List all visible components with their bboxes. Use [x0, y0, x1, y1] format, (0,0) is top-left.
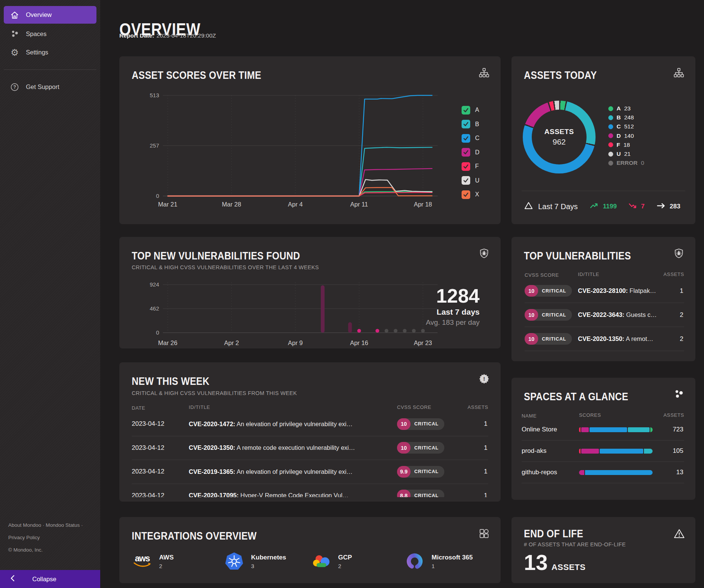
legend-checkbox-f[interactable]: F — [462, 162, 480, 171]
sitemap-icon — [674, 68, 684, 78]
help-icon: ? — [10, 82, 20, 92]
legend-checkbox-c[interactable]: C — [462, 134, 480, 143]
card-assets-today: ASSETS TODAY ASSETS 962 A23 B248 C512 D1… — [511, 56, 695, 224]
severity-badge: 10CRITICAL — [525, 285, 572, 297]
trend-flat: 283 — [655, 202, 680, 212]
assets-donut-legend: A23 B248 C512 D140 F18 U21 ERROR0 — [608, 104, 644, 167]
swatch-icon — [608, 161, 613, 166]
asset-scores-line-chart: 0257513Mar 21Mar 28Apr 4Apr 11Apr 18 — [142, 86, 442, 210]
stat-sub: Avg. 183 per day — [426, 318, 480, 327]
card-title: ASSET SCORES OVER TIME — [132, 69, 474, 81]
legend-item-f: F18 — [608, 140, 644, 149]
footer-link-privacy-policy[interactable]: Privacy Policy — [8, 531, 83, 544]
svg-text:0: 0 — [156, 329, 159, 336]
table-row[interactable]: 2023-04-12 CVE-2019-1365: An elevation o… — [132, 460, 488, 484]
svg-text:513: 513 — [150, 92, 159, 98]
table-row[interactable]: prod-aks 105 — [522, 440, 684, 462]
checkbox-icon — [462, 120, 470, 128]
collapse-label: Collapse — [32, 576, 56, 583]
stat-label: Last 7 days — [426, 308, 480, 317]
card-title: ASSETS TODAY — [524, 69, 669, 81]
card-subtitle: CRITICAL & HIGH CVSS VULNERABILITIES FRO… — [132, 390, 309, 397]
gear-icon: ⚙ — [10, 48, 20, 57]
shield-bug-icon — [479, 248, 489, 259]
card-top-new-vulnerabilities: TOP NEW VULNERABILITIES FOUND CRITICAL &… — [119, 237, 501, 348]
score-bar-segment — [579, 427, 581, 432]
collapse-button[interactable]: Collapse — [0, 570, 100, 588]
svg-text:Apr 11: Apr 11 — [350, 201, 368, 208]
table-row[interactable]: 10CRITICAL CVE-2022-3643: Guests c… 2 — [525, 303, 684, 327]
checkbox-icon — [462, 134, 470, 143]
integration-kubernetes[interactable]: Kubernetes 3 — [224, 551, 286, 572]
table-row[interactable]: github-repos 13 — [522, 462, 684, 483]
new-releases-icon: ! — [479, 374, 489, 384]
svg-text:924: 924 — [150, 281, 159, 288]
legend-checkbox-a[interactable]: A — [462, 106, 480, 115]
legend-checkbox-d[interactable]: D — [462, 148, 480, 157]
sidebar-footer: About Mondoo · Mondoo Status · Privacy P… — [8, 519, 83, 556]
triangle-icon — [524, 201, 533, 212]
card-new-this-week: NEW THIS WEEK CRITICAL & HIGH CVSS VULNE… — [119, 362, 501, 502]
swatch-icon — [608, 142, 613, 147]
footer-links-line1[interactable]: About Mondoo · Mondoo Status · — [8, 519, 83, 531]
checkbox-icon — [462, 162, 470, 171]
table-row[interactable]: 2023-04-12 CVE-2020-17095: Hyper-V Remot… — [132, 484, 488, 498]
score-bar — [579, 470, 653, 475]
table-row[interactable]: Online Store 723 — [522, 419, 684, 440]
score-bar — [579, 427, 653, 432]
sidebar-item-settings[interactable]: ⚙ Settings — [4, 44, 96, 61]
vulnerability-stat: 1284 Last 7 days Avg. 183 per day — [426, 286, 480, 327]
table-row[interactable]: 10CRITICAL CVE-2023-28100: Flatpak… 1 — [525, 279, 684, 303]
report-date: Report Date:2023-04-18T20:29:00Z — [119, 32, 216, 39]
checkbox-icon — [462, 190, 470, 199]
last-7-days-trends: Last 7 Days 1199 7 283 — [524, 198, 680, 215]
severity-badge: 10CRITICAL — [525, 333, 572, 345]
card-asset-scores-over-time: ASSET SCORES OVER TIME 0257513Mar 21Mar … — [119, 56, 501, 224]
severity-badge: 10CRITICAL — [525, 309, 572, 321]
checkbox-icon — [462, 176, 470, 185]
sidebar-item-spaces[interactable]: Spaces — [4, 25, 96, 43]
integration-microsoft-365[interactable]: Microsoft 365 1 — [404, 551, 473, 572]
sidebar-item-label: Spaces — [26, 30, 47, 38]
sidebar: Overview Spaces ⚙ Settings ? Get Support… — [0, 0, 100, 588]
table-row[interactable]: 10CRITICAL CVE-2020-1350: A remot… 2 — [525, 327, 684, 351]
trend-down: 7 — [627, 202, 644, 212]
report-date-value: 2023-04-18T20:29:00Z — [156, 32, 216, 39]
card-top-vulnerabilities: TOP VULNERABILITIES CVSS SCORE ID/TITLE … — [511, 237, 695, 361]
svg-text:Apr 4: Apr 4 — [288, 201, 302, 208]
legend-item-error: ERROR0 — [608, 158, 644, 167]
eol-unit: ASSETS — [551, 562, 585, 572]
legend-item-b: B248 — [608, 113, 644, 122]
table-row[interactable]: 2023-04-12 CVE-2020-1350: A remote code … — [132, 436, 488, 460]
svg-text:462: 462 — [150, 305, 159, 312]
svg-text:Apr 23: Apr 23 — [414, 339, 432, 346]
table-row[interactable]: 2023-04-12 CVE-2020-1472: An elevation o… — [132, 412, 488, 436]
warning-icon — [674, 528, 684, 539]
severity-badge: 8.8CRITICAL — [397, 490, 444, 497]
card-title: TOP VULNERABILITIES — [524, 250, 669, 262]
card-title: TOP NEW VULNERABILITIES FOUND — [132, 250, 474, 262]
sidebar-item-label: Overview — [26, 11, 52, 18]
legend-checkbox-x[interactable]: X — [462, 190, 480, 199]
sitemap-icon — [479, 68, 489, 78]
card-integrations-overview: INTEGRATIONS OVERVIEW aws AWS 2 — [119, 517, 501, 583]
legend-checkbox-u[interactable]: U — [462, 176, 480, 185]
integration-gcp[interactable]: GCP 2 — [311, 551, 352, 572]
score-bar-segment — [581, 427, 589, 432]
trending-up-icon — [588, 202, 600, 212]
divider — [522, 191, 685, 191]
swatch-icon — [608, 133, 613, 138]
new-vulnerabilities-bar-chart: 0462924Mar 26Apr 2Apr 9Apr 16Apr 23 — [142, 273, 442, 351]
sidebar-item-get-support[interactable]: ? Get Support — [4, 78, 96, 96]
chevron-left-icon — [10, 574, 16, 583]
legend-item-u: U21 — [608, 149, 644, 158]
integration-aws[interactable]: aws AWS 2 — [132, 551, 174, 572]
score-bar-segment — [581, 449, 599, 454]
score-bar-segment — [579, 449, 581, 454]
legend-checkbox-b[interactable]: B — [462, 120, 480, 129]
table-header: DATE ID/TITLE CVSS SCORE ASSETS — [132, 404, 488, 411]
sidebar-item-overview[interactable]: Overview — [4, 6, 96, 24]
card-subtitle: CRITICAL & HIGH CVSS VULNERABILITIES OVE… — [132, 264, 333, 271]
swatch-icon — [608, 152, 613, 157]
trend-up: 1199 — [588, 202, 617, 212]
